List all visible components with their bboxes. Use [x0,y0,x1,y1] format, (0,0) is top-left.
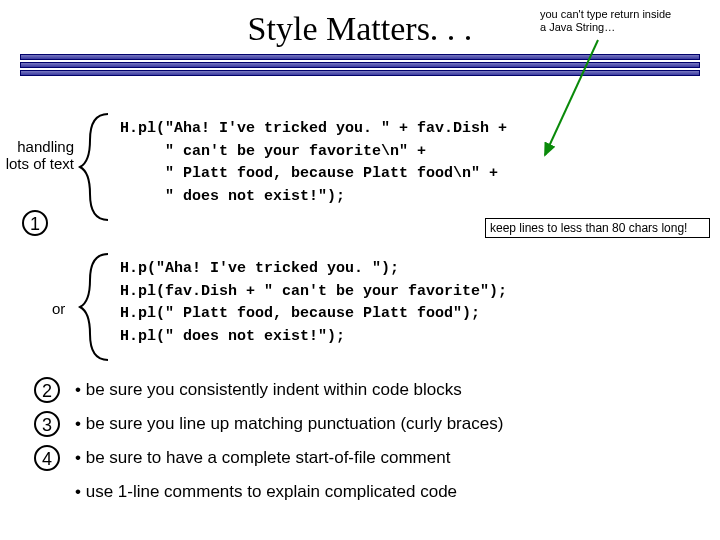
brace-2 [78,252,114,362]
bullet-4: • use 1-line comments to explain complic… [75,482,503,502]
bullet-1: • be sure you consistently indent within… [75,380,503,400]
bullets: • be sure you consistently indent within… [75,380,503,516]
annotation-right: keep lines to less than 80 chars long! [485,218,710,238]
number-4-circle: 4 [34,445,60,471]
or-label: or [52,300,65,317]
number-3-circle: 3 [34,411,60,437]
handling-label: handling lots of text [4,138,74,173]
number-1-circle: 1 [22,210,48,236]
code-block-1: H.pl("Aha! I've tricked you. " + fav.Dis… [120,118,507,208]
code-block-2: H.p("Aha! I've tricked you. "); H.pl(fav… [120,258,507,348]
bullet-2: • be sure you line up matching punctuati… [75,414,503,434]
title-underline [20,54,700,76]
bullet-3: • be sure to have a complete start-of-fi… [75,448,503,468]
annotation-top: you can't type return inside a Java Stri… [540,8,680,33]
number-2-circle: 2 [34,377,60,403]
brace-1 [78,112,114,222]
